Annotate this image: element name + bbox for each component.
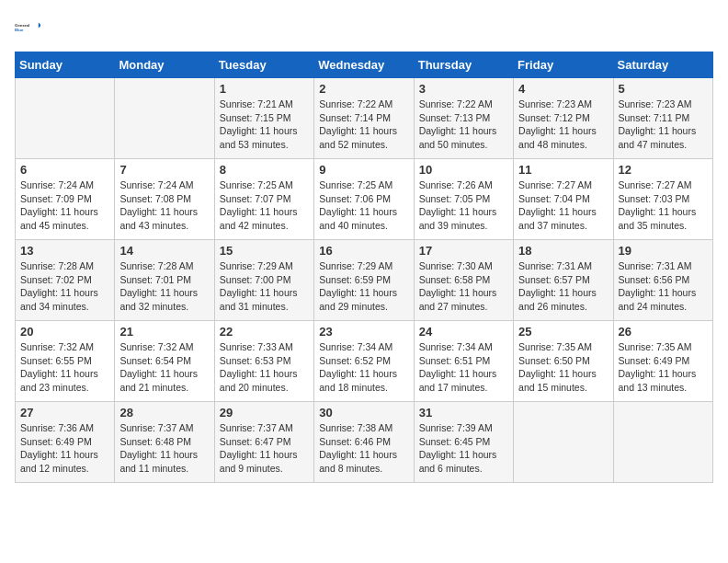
calendar-week-3: 13Sunrise: 7:28 AM Sunset: 7:02 PM Dayli… <box>16 240 713 321</box>
calendar-cell <box>514 402 613 483</box>
calendar-cell: 16Sunrise: 7:29 AM Sunset: 6:59 PM Dayli… <box>314 240 414 321</box>
calendar-cell: 13Sunrise: 7:28 AM Sunset: 7:02 PM Dayli… <box>16 240 115 321</box>
header-tuesday: Tuesday <box>214 52 313 78</box>
calendar-cell <box>613 402 712 483</box>
day-number: 17 <box>419 244 508 258</box>
day-number: 13 <box>20 244 109 258</box>
day-number: 14 <box>119 244 209 258</box>
calendar-cell: 8Sunrise: 7:25 AM Sunset: 7:07 PM Daylig… <box>214 159 313 240</box>
svg-text:Blue: Blue <box>15 28 24 32</box>
calendar-cell: 19Sunrise: 7:31 AM Sunset: 6:56 PM Dayli… <box>613 240 712 321</box>
day-number: 21 <box>119 325 209 339</box>
cell-content: Sunrise: 7:24 AM Sunset: 7:09 PM Dayligh… <box>20 178 109 233</box>
calendar-cell: 14Sunrise: 7:28 AM Sunset: 7:01 PM Dayli… <box>115 240 214 321</box>
calendar-cell: 3Sunrise: 7:22 AM Sunset: 7:13 PM Daylig… <box>414 78 513 159</box>
header-wednesday: Wednesday <box>314 52 414 78</box>
calendar-cell: 25Sunrise: 7:35 AM Sunset: 6:50 PM Dayli… <box>514 321 613 402</box>
calendar-week-2: 6Sunrise: 7:24 AM Sunset: 7:09 PM Daylig… <box>16 159 713 240</box>
day-number: 15 <box>220 244 309 258</box>
day-number: 5 <box>619 82 708 96</box>
cell-content: Sunrise: 7:39 AM Sunset: 6:45 PM Dayligh… <box>419 421 508 476</box>
day-number: 2 <box>319 82 408 96</box>
cell-content: Sunrise: 7:28 AM Sunset: 7:02 PM Dayligh… <box>20 259 109 314</box>
day-number: 22 <box>220 325 309 339</box>
cell-content: Sunrise: 7:37 AM Sunset: 6:47 PM Dayligh… <box>220 421 309 476</box>
header-friday: Friday <box>514 52 613 78</box>
cell-content: Sunrise: 7:31 AM Sunset: 6:57 PM Dayligh… <box>518 259 608 314</box>
cell-content: Sunrise: 7:23 AM Sunset: 7:12 PM Dayligh… <box>518 98 608 152</box>
day-number: 9 <box>319 163 408 177</box>
calendar-cell <box>16 78 115 159</box>
day-number: 11 <box>518 163 608 177</box>
day-number: 29 <box>220 406 309 419</box>
header-sunday: Sunday <box>16 52 115 78</box>
logo: General Blue <box>15 15 40 40</box>
calendar-cell: 30Sunrise: 7:38 AM Sunset: 6:46 PM Dayli… <box>314 402 414 483</box>
calendar-cell: 7Sunrise: 7:24 AM Sunset: 7:08 PM Daylig… <box>115 159 214 240</box>
svg-marker-1 <box>39 22 40 28</box>
cell-content: Sunrise: 7:37 AM Sunset: 6:48 PM Dayligh… <box>119 421 209 476</box>
day-number: 7 <box>119 163 209 177</box>
day-number: 6 <box>20 163 109 177</box>
calendar-cell: 6Sunrise: 7:24 AM Sunset: 7:09 PM Daylig… <box>16 159 115 240</box>
day-number: 31 <box>419 406 508 419</box>
day-number: 10 <box>419 163 508 177</box>
svg-text:General: General <box>15 23 29 28</box>
day-number: 1 <box>220 82 309 96</box>
cell-content: Sunrise: 7:21 AM Sunset: 7:15 PM Dayligh… <box>220 98 309 152</box>
cell-content: Sunrise: 7:34 AM Sunset: 6:52 PM Dayligh… <box>319 340 408 395</box>
cell-content: Sunrise: 7:22 AM Sunset: 7:14 PM Dayligh… <box>319 98 408 152</box>
cell-content: Sunrise: 7:35 AM Sunset: 6:50 PM Dayligh… <box>518 340 608 395</box>
day-number: 19 <box>619 244 708 258</box>
calendar-cell: 21Sunrise: 7:32 AM Sunset: 6:54 PM Dayli… <box>115 321 214 402</box>
cell-content: Sunrise: 7:27 AM Sunset: 7:04 PM Dayligh… <box>518 178 608 233</box>
header-monday: Monday <box>115 52 214 78</box>
calendar-cell <box>115 78 214 159</box>
calendar-cell: 31Sunrise: 7:39 AM Sunset: 6:45 PM Dayli… <box>414 402 513 483</box>
calendar-cell: 1Sunrise: 7:21 AM Sunset: 7:15 PM Daylig… <box>214 78 313 159</box>
logo-icon: General Blue <box>15 15 40 40</box>
day-number: 27 <box>20 406 109 419</box>
cell-content: Sunrise: 7:23 AM Sunset: 7:11 PM Dayligh… <box>619 98 708 152</box>
calendar-week-4: 20Sunrise: 7:32 AM Sunset: 6:55 PM Dayli… <box>16 321 713 402</box>
day-number: 3 <box>419 82 508 96</box>
calendar-cell: 24Sunrise: 7:34 AM Sunset: 6:51 PM Dayli… <box>414 321 513 402</box>
day-number: 18 <box>518 244 608 258</box>
calendar-cell: 15Sunrise: 7:29 AM Sunset: 7:00 PM Dayli… <box>214 240 313 321</box>
header-thursday: Thursday <box>414 52 513 78</box>
cell-content: Sunrise: 7:26 AM Sunset: 7:05 PM Dayligh… <box>419 178 508 233</box>
cell-content: Sunrise: 7:32 AM Sunset: 6:54 PM Dayligh… <box>119 340 209 395</box>
day-number: 23 <box>319 325 408 339</box>
cell-content: Sunrise: 7:24 AM Sunset: 7:08 PM Dayligh… <box>119 178 209 233</box>
cell-content: Sunrise: 7:31 AM Sunset: 6:56 PM Dayligh… <box>619 259 708 314</box>
cell-content: Sunrise: 7:30 AM Sunset: 6:58 PM Dayligh… <box>419 259 508 314</box>
calendar-cell: 29Sunrise: 7:37 AM Sunset: 6:47 PM Dayli… <box>214 402 313 483</box>
day-number: 24 <box>419 325 508 339</box>
calendar-week-1: 1Sunrise: 7:21 AM Sunset: 7:15 PM Daylig… <box>16 78 713 159</box>
calendar-header-row: SundayMondayTuesdayWednesdayThursdayFrid… <box>16 52 713 78</box>
day-number: 12 <box>619 163 708 177</box>
cell-content: Sunrise: 7:34 AM Sunset: 6:51 PM Dayligh… <box>419 340 508 395</box>
cell-content: Sunrise: 7:38 AM Sunset: 6:46 PM Dayligh… <box>319 421 408 476</box>
day-number: 20 <box>20 325 109 339</box>
day-number: 26 <box>619 325 708 339</box>
calendar-cell: 4Sunrise: 7:23 AM Sunset: 7:12 PM Daylig… <box>514 78 613 159</box>
cell-content: Sunrise: 7:25 AM Sunset: 7:07 PM Dayligh… <box>220 178 309 233</box>
page-header: General Blue <box>15 15 713 40</box>
calendar-cell: 10Sunrise: 7:26 AM Sunset: 7:05 PM Dayli… <box>414 159 513 240</box>
calendar-cell: 22Sunrise: 7:33 AM Sunset: 6:53 PM Dayli… <box>214 321 313 402</box>
cell-content: Sunrise: 7:32 AM Sunset: 6:55 PM Dayligh… <box>20 340 109 395</box>
calendar-cell: 5Sunrise: 7:23 AM Sunset: 7:11 PM Daylig… <box>613 78 712 159</box>
calendar-cell: 26Sunrise: 7:35 AM Sunset: 6:49 PM Dayli… <box>613 321 712 402</box>
calendar-cell: 12Sunrise: 7:27 AM Sunset: 7:03 PM Dayli… <box>613 159 712 240</box>
cell-content: Sunrise: 7:25 AM Sunset: 7:06 PM Dayligh… <box>319 178 408 233</box>
cell-content: Sunrise: 7:35 AM Sunset: 6:49 PM Dayligh… <box>619 340 708 395</box>
day-number: 25 <box>518 325 608 339</box>
day-number: 16 <box>319 244 408 258</box>
day-number: 30 <box>319 406 408 419</box>
cell-content: Sunrise: 7:36 AM Sunset: 6:49 PM Dayligh… <box>20 421 109 476</box>
day-number: 4 <box>518 82 608 96</box>
calendar-cell: 17Sunrise: 7:30 AM Sunset: 6:58 PM Dayli… <box>414 240 513 321</box>
calendar-cell: 2Sunrise: 7:22 AM Sunset: 7:14 PM Daylig… <box>314 78 414 159</box>
calendar-cell: 18Sunrise: 7:31 AM Sunset: 6:57 PM Dayli… <box>514 240 613 321</box>
